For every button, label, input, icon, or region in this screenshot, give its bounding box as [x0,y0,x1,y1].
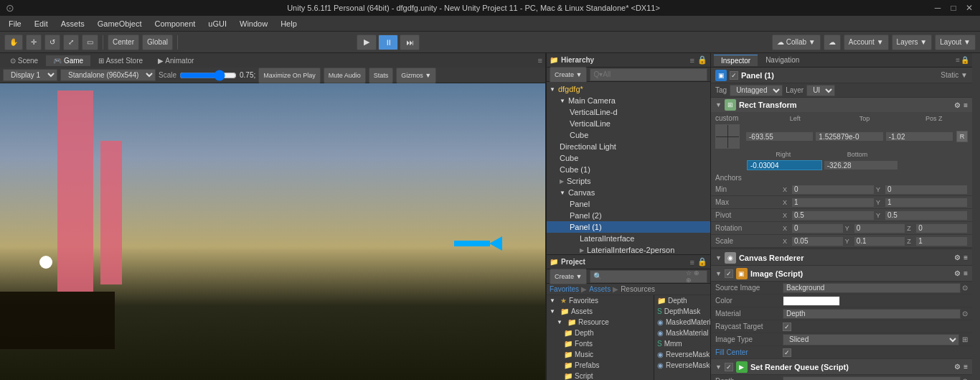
file-mask-material[interactable]: ◉ MaskMaterial [654,328,710,338]
tree-music[interactable]: 📁 Music [547,349,654,360]
search-options[interactable]: ☆ ⊕ ⊕ [686,269,704,284]
rotation-y-val[interactable]: 0 [854,223,906,233]
material-pick[interactable]: ⊙ [962,310,968,318]
project-lock[interactable]: 🔒 [697,257,707,267]
menu-assets[interactable]: Assets [55,18,90,29]
material-value[interactable]: Depth [783,309,961,319]
r-button[interactable]: R [956,131,968,142]
image-type-expand[interactable]: ⊞ [962,335,968,343]
hierarchy-item-lateral-interface[interactable]: LateralInterface [547,233,710,244]
scene-panel-menu[interactable]: ≡ [538,56,542,65]
mute-audio[interactable]: Mute Audio [324,68,366,83]
srq-enabled-checkbox[interactable] [725,363,733,371]
image-script-more[interactable]: ≡ [963,269,968,277]
layers-button[interactable]: Layers ▼ [892,34,933,50]
scale-z-val[interactable]: 1 [915,236,968,246]
tab-scene[interactable]: ⊙ Scene [3,55,45,66]
rect-transform-header[interactable]: ▼ ⊞ Rect Transform ⚙ ≡ [711,98,972,112]
hierarchy-item-directional-light[interactable]: Directional Light [547,141,710,152]
srq-depth-pick[interactable]: ⊙ [962,377,968,380]
scale-x-val[interactable]: 0.05 [791,236,844,246]
srq-more[interactable]: ≡ [963,363,968,371]
posz-value[interactable]: -1.02 [885,131,953,142]
image-enabled-checkbox[interactable] [725,269,733,278]
global-toggle[interactable]: Global [142,34,173,50]
inspector-lock[interactable]: 🔒 [961,56,969,64]
minimize-button[interactable]: ─ [933,3,943,13]
tab-asset-store[interactable]: ⊞ Asset Store [91,55,150,66]
project-search-input[interactable] [593,272,684,280]
menu-file[interactable]: File [3,18,27,29]
project-menu[interactable]: ≡ [690,258,694,267]
file-depthmask[interactable]: S DepthMask [654,306,710,317]
hierarchy-item-lateral-interface-2[interactable]: ▶ LaterialInterface-2person [547,244,710,254]
rotation-x-val[interactable]: 0 [791,223,844,233]
hierarchy-item-panel-2[interactable]: Panel (2) [547,210,710,221]
tab-inspector[interactable]: Inspector [714,55,758,66]
resolution-dropdown[interactable]: Standalone (960x544) [60,69,156,81]
hierarchy-item-verticalline[interactable]: VerticalLine [547,118,710,129]
menu-edit[interactable]: Edit [29,18,54,29]
file-depth-folder[interactable]: 📁 Depth [654,295,710,306]
hierarchy-scene-root[interactable]: ▼ dfgdfg* [547,83,710,95]
layer-dropdown[interactable]: UI [806,85,835,96]
layout-button[interactable]: Layout ▼ [935,34,976,50]
hierarchy-item-main-camera[interactable]: ▼ Main Camera [547,95,710,106]
tree-script[interactable]: 📁 Script [547,371,654,380]
project-search[interactable]: ☆ ⊕ ⊕ [590,270,707,283]
set-render-queue-header[interactable]: ▼ ▶ Set Render Queue (Script) ⚙ ≡ [711,359,972,375]
image-type-dropdown[interactable]: Sliced [783,334,959,346]
file-mmm[interactable]: S Mmm [654,338,710,349]
scale-y-val[interactable]: 0.1 [854,236,906,246]
canvas-renderer-header[interactable]: ▼ ◉ Canvas Renderer ⚙ ≡ [711,250,972,266]
canvas-renderer-more[interactable]: ≡ [963,254,968,261]
pivot-y-val[interactable]: 0.5 [885,210,968,221]
right-value[interactable]: -0.03004 [747,160,822,170]
display-dropdown[interactable]: Display 1 [3,69,57,81]
file-reverse-mask[interactable]: ◉ ReverseMask [654,349,710,360]
hierarchy-item-cube-1[interactable]: Cube (1) [547,164,710,175]
image-script-settings[interactable]: ⚙ [954,269,961,277]
menu-ugui[interactable]: uGUI [202,18,232,29]
tree-favorites[interactable]: ▼ ★ Favorites [547,295,654,306]
hierarchy-item-panel-1[interactable]: Panel (1) [547,221,710,233]
source-image-value[interactable]: Background [783,283,961,293]
gizmos-dropdown[interactable]: Gizmos ▼ [396,68,436,83]
srq-settings[interactable]: ⚙ [954,363,961,371]
hierarchy-search[interactable] [590,68,707,81]
tool-rotate[interactable]: ↺ [44,34,60,50]
rect-transform-settings[interactable]: ⚙ [954,101,961,109]
anchor-max-y-val[interactable]: 1 [885,198,968,208]
path-resources[interactable]: Resources [621,285,655,293]
close-button[interactable]: ✕ [964,3,974,13]
menu-gameobject[interactable]: GameObject [92,18,148,29]
maximize-button[interactable]: □ [948,3,958,13]
tab-navigation[interactable]: Navigation [758,55,806,65]
tree-depth[interactable]: 📁 Depth [547,328,654,338]
hierarchy-item-cube[interactable]: Cube [547,152,710,164]
file-masked-material[interactable]: ◉ MaskedMaterial [654,317,710,328]
step-button[interactable]: ⏭ [400,34,420,50]
tree-fonts[interactable]: 📁 Fonts [547,338,654,349]
tab-animator[interactable]: ▶ Animator [151,55,201,66]
play-button[interactable]: ▶ [357,34,377,50]
collab-button[interactable]: ☁ Collab ▼ [772,34,821,50]
project-create-btn[interactable]: Create ▼ [550,269,587,284]
raycast-checkbox[interactable] [783,323,791,331]
account-button[interactable]: Account ▼ [844,34,889,50]
anchor-max-x-val[interactable]: 1 [791,198,875,208]
maximize-on-play[interactable]: Maximize On Play [258,68,321,83]
file-reverse-masked[interactable]: ◉ ReverseMasked [654,360,710,371]
pause-button[interactable]: ⏸ [378,34,398,50]
tool-rect[interactable]: ▭ [82,34,98,50]
tool-hand[interactable]: ✋ [4,34,23,50]
tool-move[interactable]: ✛ [26,34,42,50]
anchor-min-y-val[interactable]: 0 [885,185,968,195]
stats-button[interactable]: Stats [369,68,394,83]
static-label[interactable]: Static ▼ [941,71,968,79]
tree-assets[interactable]: ▼ 📁 Assets [547,306,654,317]
rect-transform-more[interactable]: ≡ [963,101,968,109]
menu-component[interactable]: Component [149,18,201,29]
srq-depth-value[interactable] [783,376,961,381]
menu-window[interactable]: Window [234,18,273,29]
